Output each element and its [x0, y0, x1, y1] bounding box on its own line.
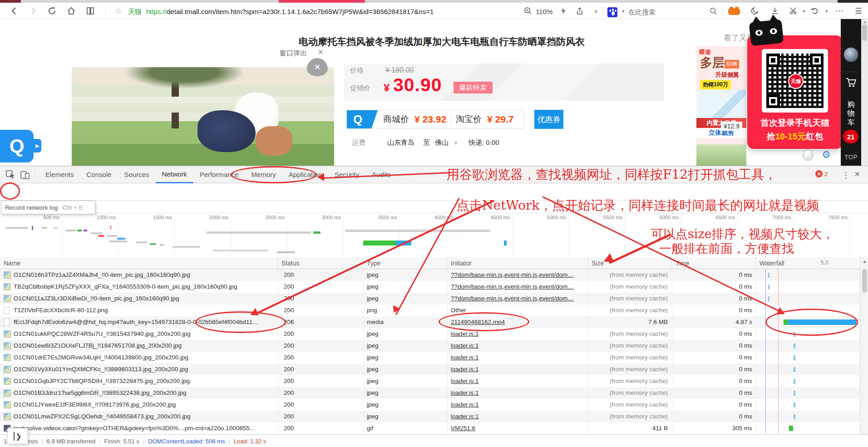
bookmark-star-icon[interactable]: ☆	[113, 6, 123, 16]
request-name[interactable]: T1Z0VbFEdcXXbcIIcR-80-112.png	[14, 305, 276, 316]
feedback-face-icon[interactable]	[803, 150, 814, 161]
network-row[interactable]: O1CN01drE7Es2MGRvw34LqH_!!4004139800.jpg…	[0, 352, 868, 363]
night-mode-icon[interactable]	[750, 6, 760, 16]
cart-label[interactable]: 购物车	[841, 100, 861, 127]
url-bar[interactable]: https://detail.tmall.com/item.htm?spm=a2…	[146, 8, 434, 15]
user-avatar[interactable]	[843, 47, 858, 62]
network-overview-timeline[interactable]: 500 ms1000 ms1500 ms2000 ms2500 ms3000 m…	[0, 213, 868, 257]
request-initiator[interactable]: VM251:6	[451, 422, 582, 434]
network-row[interactable]: O1CN01LmwZPX2CSgLQOehdr_!!4049558473.jpg…	[0, 411, 868, 422]
related-item-image[interactable]	[696, 144, 746, 166]
network-row[interactable]: taobaolive.videox.caton?gmkey=OTHER&goke…	[0, 422, 868, 434]
forward-button[interactable]	[28, 6, 38, 16]
network-row[interactable]: O1CN016h3TPz1aJZ4XMaJh4_!!0-item_pic.jpg…	[0, 269, 868, 281]
network-row[interactable]: O1CN01JYwexE1fF3EIl9I6X_!!709173976.jpg_…	[0, 399, 868, 411]
undo-caret-icon[interactable]: ▾	[822, 6, 832, 16]
chevron-down-icon[interactable]: ∨	[591, 6, 601, 16]
settings-gear-icon[interactable]: ⚙	[822, 149, 831, 161]
request-name[interactable]: O1CN011aJZ3Lr3DXiBwDi_!!0-item_pic.jpg_1…	[14, 293, 276, 305]
page-scrollbar[interactable]: ▲	[861, 19, 868, 166]
home-button[interactable]	[66, 6, 76, 16]
request-initiator[interactable]: loader.js:1	[451, 352, 582, 363]
network-row[interactable]: O1CN01Vy3Xu01YrnQXMCFKc_!!3889603113.jpg…	[0, 363, 868, 375]
back-button[interactable]	[9, 6, 19, 16]
back-to-top-button[interactable]: TOP	[841, 153, 861, 161]
popup-close-icon[interactable]: ✕	[318, 48, 324, 56]
request-initiator[interactable]: 211490468162.mp4	[451, 316, 582, 328]
inspect-element-icon[interactable]	[5, 170, 15, 180]
devtools-tab-audits[interactable]: Audits	[365, 166, 397, 183]
zoom-level[interactable]: 110%	[536, 8, 552, 15]
devtools-tab-memory[interactable]: Memory	[245, 166, 282, 183]
request-initiator[interactable]: ??dom/base-min.js,event-min.js,event/dom…	[451, 293, 582, 305]
request-initiator[interactable]: loader.js:1	[451, 340, 582, 352]
undo-icon[interactable]	[810, 6, 820, 16]
console-drawer-toggle[interactable]: ❯	[7, 428, 28, 444]
widget-expand-arrow[interactable]: ▶	[34, 139, 41, 152]
scrollbar-thumb[interactable]	[862, 269, 867, 293]
device-toolbar-icon[interactable]	[20, 170, 30, 180]
search-engine-caret-icon[interactable]: ▾	[618, 6, 628, 16]
refresh-button[interactable]	[47, 6, 57, 16]
request-initiator[interactable]: loader.js:1	[451, 375, 582, 387]
devtools-tab-network[interactable]: Network	[156, 166, 193, 183]
tmall-qr-popup[interactable]: 天猫 首次登录手机天猫 抢10-15元红包	[747, 35, 843, 149]
devtools-menu-icon[interactable]: ⋮	[842, 170, 850, 180]
coupon-button[interactable]: 优惠券	[534, 110, 563, 129]
network-row[interactable]: O1CN011aJZ3Lr3DXiBwDi_!!0-item_pic.jpg_1…	[0, 293, 868, 305]
network-row[interactable]: fEcIJFdqh7dEvdo6zw4@@hd_hq.mp4?auth_key=…	[0, 316, 868, 328]
request-name[interactable]: O1CN01GqbJPY2CTb8QPSDIH_!!3973228475.jpg…	[14, 375, 276, 387]
devtools-tab-console[interactable]: Console	[80, 166, 118, 183]
scroll-up-arrow[interactable]: ▲	[863, 20, 867, 24]
request-name[interactable]: O1CN01drE7Es2MGRvw34LqH_!!4004139800.jpg…	[14, 352, 276, 363]
column-header-size[interactable]: Size	[588, 257, 672, 269]
main-menu-icon[interactable]: ☰	[853, 6, 863, 16]
column-header-type[interactable]: Type	[363, 257, 447, 269]
devtools-close-icon[interactable]: ✕	[854, 170, 860, 178]
q-browser-float-widget[interactable]: Q	[0, 130, 34, 162]
request-initiator[interactable]: loader.js:1	[451, 328, 582, 340]
column-header-name[interactable]: Name	[0, 257, 278, 269]
product-main-image[interactable]	[72, 67, 334, 166]
network-row[interactable]: O1CN01B3Jdnz1Tse5gg6mGR_!!3895322438.jpg…	[0, 387, 868, 399]
reading-list-icon[interactable]	[85, 6, 95, 16]
network-row[interactable]: O1CN01ukkPQC28WZF4R5u7U_!!3615437940.jpg…	[0, 328, 868, 340]
devtools-tab-security[interactable]: Security	[328, 166, 365, 183]
devtools-tab-sources[interactable]: Sources	[118, 166, 156, 183]
scissors-caret-icon[interactable]: ▾	[799, 6, 809, 16]
related-ad-card[interactable]: 暖途 多层 防晒 升级侧翼 热销100万 内置大口袋 立体裁剪	[696, 46, 746, 154]
zoom-icon[interactable]	[523, 6, 533, 16]
request-initiator[interactable]: loader.js:1	[451, 387, 582, 399]
request-initiator[interactable]: ??dom/base-min.js,event-min.js,event/dom…	[451, 281, 582, 293]
shipping-dropdown-icon[interactable]: ∨	[454, 140, 458, 146]
request-initiator[interactable]: loader.js:1	[451, 411, 582, 422]
error-badge[interactable]: ✕ 2	[815, 170, 828, 177]
request-name[interactable]: O1CN016h3TPz1aJZ4XMaJh4_!!0-item_pic.jpg…	[14, 269, 276, 281]
price-compare-bar[interactable]: Q 商城价 ¥ 23.92 淘宝价 ¥ 29.7	[346, 110, 524, 129]
games-icon[interactable]	[728, 8, 740, 15]
request-name[interactable]: O1CN01Vy3Xu01YrnQXMCFKc_!!3889603113.jpg…	[14, 363, 276, 375]
devtools-tab-elements[interactable]: Elements	[39, 166, 80, 183]
shipping-to[interactable]: 佛山	[435, 138, 449, 147]
scroll-up-arrow[interactable]: ▲	[863, 259, 867, 264]
request-name[interactable]: fEcIJFdqh7dEvdo6zw4@@hd_hq.mp4?auth_key=…	[14, 316, 276, 328]
search-icon[interactable]	[708, 6, 718, 16]
request-name[interactable]: TB2qCblbsbpK1RjSZFyXXX_qFXa_!!1640553309…	[14, 281, 276, 293]
request-name[interactable]: O1CN01JYwexE1fF3EIl9I6X_!!709173976.jpg_…	[14, 399, 276, 411]
column-header-time[interactable]: Time	[672, 257, 756, 269]
request-name[interactable]: O1CN01ew6I3Z1OUIxFLJ7Bj_!!1947651708.jpg…	[14, 340, 276, 352]
baidu-search-engine-icon[interactable]	[607, 7, 617, 17]
column-header-waterfall[interactable]: Waterfall	[756, 257, 859, 269]
share-icon[interactable]	[575, 6, 585, 16]
network-row[interactable]: O1CN01ew6I3Z1OUIxFLJ7Bj_!!1947651708.jpg…	[0, 340, 868, 352]
screenshot-scissors-icon[interactable]	[789, 6, 799, 16]
column-header-status[interactable]: Status	[278, 257, 363, 269]
request-name[interactable]: taobaolive.videox.caton?gmkey=OTHER&goke…	[14, 422, 276, 434]
request-name[interactable]: O1CN01LmwZPX2CSgLQOehdr_!!4049558473.jpg…	[14, 411, 276, 422]
lightning-icon[interactable]	[558, 6, 568, 16]
more-menu-icon[interactable]: ⋯	[834, 6, 844, 16]
network-row[interactable]: T1Z0VbFEdcXXbcIIcR-80-112.png200pngOther…	[0, 305, 868, 316]
network-row[interactable]: TB2qCblbsbpK1RjSZFyXXX_qFXa_!!1640553309…	[0, 281, 868, 293]
cart-icon[interactable]	[845, 77, 857, 88]
devtools-tab-application[interactable]: Application	[282, 166, 328, 183]
